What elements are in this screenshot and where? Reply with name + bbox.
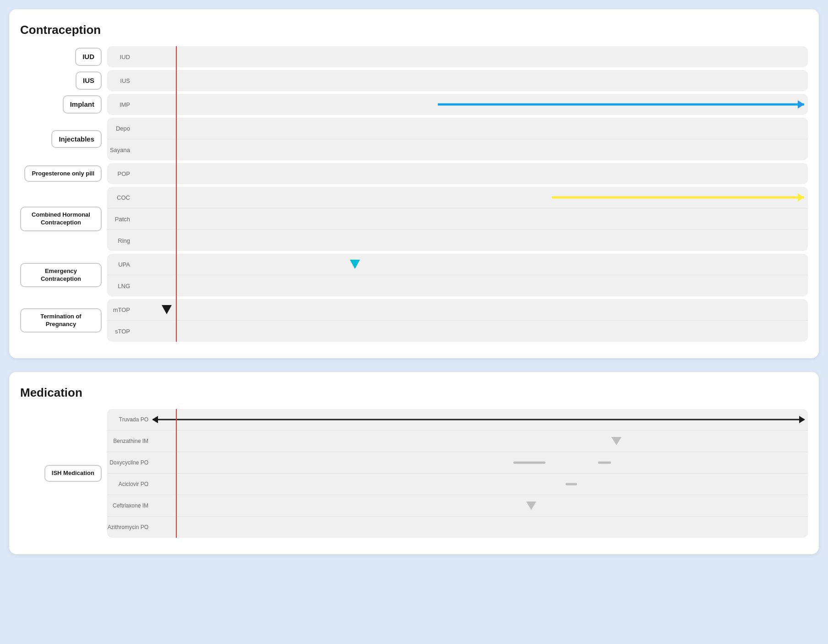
truvada-row-label: Truvada PO — [107, 416, 153, 423]
medication-card: Medication ISH Medication Truvada PO — [9, 372, 819, 554]
row-coc: COC — [107, 187, 808, 208]
truvada-arrow-left — [152, 416, 158, 423]
stop-row-label: sTOP — [107, 328, 135, 335]
medication-title: Medication — [20, 386, 808, 400]
mtop-track — [135, 301, 808, 318]
contraception-timeline: IUD IUD IUS IUS — [20, 46, 808, 342]
benzathine-triangle — [611, 437, 621, 445]
contraception-title: Contraception — [20, 23, 808, 37]
aciclovir-row-label: Aciclovir PO — [107, 481, 153, 487]
row-depo: Depo — [107, 118, 808, 139]
depo-row-label: Depo — [107, 125, 135, 132]
truvada-arrow-right — [799, 416, 805, 423]
iud-label-box: IUD — [75, 48, 102, 66]
mtop-triangle — [162, 305, 172, 314]
ec-label-box: Emergency Contraception — [20, 263, 102, 288]
chc-label-box: Combined Hormonal Contraception — [20, 207, 102, 231]
stop-track — [135, 322, 808, 340]
upa-track — [135, 256, 808, 273]
sayana-row-label: Sayana — [107, 147, 135, 153]
ius-label-box: IUS — [76, 71, 102, 90]
ish-label-box: ISH Medication — [44, 465, 102, 482]
group-label-iud: IUD — [20, 46, 107, 67]
aciclovir-track — [153, 475, 808, 493]
ius-rows: IUS — [107, 70, 808, 91]
row-doxycycline: Doxycycline PO — [107, 452, 808, 474]
group-label-ec: Emergency Contraception — [20, 254, 107, 296]
coc-row-label: COC — [107, 194, 135, 201]
ring-track — [135, 232, 808, 249]
group-pop: Progesterone only pill POP — [20, 163, 808, 184]
injectables-label-box: Injectables — [51, 130, 102, 148]
azithromycin-row-label: Azithromycin PO — [107, 524, 153, 530]
group-ec: Emergency Contraception UPA LNG — [20, 254, 808, 296]
imp-row-label: IMP — [107, 101, 135, 108]
group-ish: ISH Medication Truvada PO Benzathine — [20, 409, 808, 538]
group-label-chc: Combined Hormonal Contraception — [20, 187, 107, 251]
upa-row-label: UPA — [107, 261, 135, 268]
ius-track — [135, 72, 808, 89]
row-aciclovir: Aciclovir PO — [107, 474, 808, 495]
iud-rows: IUD — [107, 46, 808, 67]
row-ius: IUS — [107, 70, 808, 91]
ec-rows: UPA LNG — [107, 254, 808, 296]
coc-track — [135, 189, 808, 206]
patch-track — [135, 210, 808, 228]
row-benzathine: Benzathine IM — [107, 431, 808, 452]
azithromycin-track — [153, 518, 808, 536]
group-ius: IUS IUS — [20, 70, 808, 91]
coc-bar — [552, 196, 804, 199]
doxycycline-track — [153, 454, 808, 471]
contraception-card: Contraception IUD IUD IUS — [9, 9, 819, 358]
imp-arrow-head — [798, 100, 804, 109]
benzathine-track — [153, 432, 808, 450]
ish-rows: Truvada PO Benzathine IM — [107, 409, 808, 538]
injectables-rows: Depo Sayana — [107, 118, 808, 160]
doxycycline-row-label: Doxycycline PO — [107, 459, 153, 466]
truvada-bar — [153, 419, 804, 420]
medication-timeline: ISH Medication Truvada PO Benzathine — [20, 409, 808, 538]
benzathine-row-label: Benzathine IM — [107, 438, 153, 444]
group-chc: Combined Hormonal Contraception COC Patc… — [20, 187, 808, 251]
row-pop: POP — [107, 163, 808, 184]
iud-row-label: IUD — [107, 54, 135, 60]
truvada-track — [153, 411, 808, 428]
group-label-implant: Implant — [20, 94, 107, 115]
row-imp: IMP — [107, 94, 808, 115]
group-label-ish: ISH Medication — [20, 409, 107, 538]
mtop-row-label: mTOP — [107, 306, 135, 313]
group-injectables: Injectables Depo Sayana — [20, 118, 808, 160]
pop-track — [135, 165, 808, 182]
imp-bar-blue — [438, 104, 797, 105]
implant-label-box: Implant — [63, 95, 102, 114]
group-label-pop: Progesterone only pill — [20, 163, 107, 184]
imp-track — [135, 96, 808, 113]
top-label-box: Termination of Pregnancy — [20, 308, 102, 333]
top-rows: mTOP sTOP — [107, 299, 808, 342]
upa-triangle — [350, 260, 360, 269]
lng-row-label: LNG — [107, 283, 135, 289]
group-implant: Implant IMP — [20, 94, 808, 115]
group-label-top: Termination of Pregnancy — [20, 299, 107, 342]
row-lng: LNG — [107, 275, 808, 296]
group-label-ius: IUS — [20, 70, 107, 91]
doxycycline-bar2 — [598, 462, 611, 464]
depo-track — [135, 120, 808, 137]
row-upa: UPA — [107, 254, 808, 275]
row-ring: Ring — [107, 230, 808, 251]
coc-arrow-head — [798, 193, 804, 202]
ring-row-label: Ring — [107, 237, 135, 244]
pop-label-box: Progesterone only pill — [24, 165, 102, 182]
pop-row-label: POP — [107, 170, 135, 177]
group-top: Termination of Pregnancy mTOP sTOP — [20, 299, 808, 342]
lng-track — [135, 277, 808, 295]
ceftriaxone-triangle — [526, 502, 536, 510]
row-patch: Patch — [107, 208, 808, 230]
row-truvada: Truvada PO — [107, 409, 808, 431]
row-iud: IUD — [107, 46, 808, 67]
row-ceftriaxone: Ceftriaxone IM — [107, 495, 808, 517]
ceftriaxone-row-label: Ceftriaxone IM — [107, 502, 153, 509]
chc-rows: COC Patch Ring — [107, 187, 808, 251]
pop-rows: POP — [107, 163, 808, 184]
row-azithromycin: Azithromycin PO — [107, 517, 808, 538]
